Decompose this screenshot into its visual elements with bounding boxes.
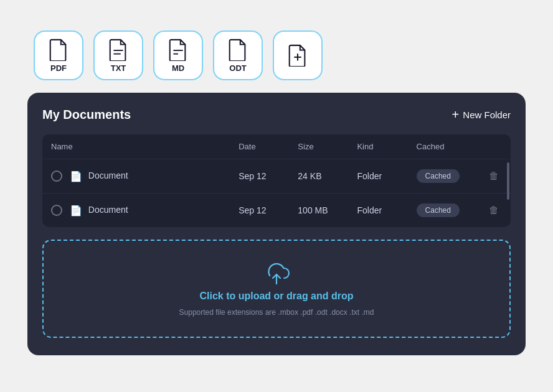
cached-badge: Cached: [417, 203, 460, 217]
file-type-add[interactable]: [273, 30, 323, 80]
cell-date: Sep 12: [230, 194, 289, 228]
cell-action: 🗑: [477, 159, 511, 194]
file-type-odt[interactable]: ODT: [213, 30, 263, 80]
col-header-date: Date: [230, 134, 289, 159]
cell-kind: Folder: [348, 159, 407, 194]
panel-header: My Documents + New Folder: [42, 108, 511, 122]
cell-name: 📄 Document: [42, 159, 230, 194]
main-panel: My Documents + New Folder Name Date Size…: [27, 93, 526, 355]
doc-icon: 📄: [70, 205, 82, 217]
col-header-action: [477, 134, 511, 159]
new-folder-label: New Folder: [463, 110, 511, 120]
cell-cached: Cached: [408, 194, 477, 228]
cell-size: 24 KB: [289, 159, 348, 194]
cell-action: 🗑: [477, 194, 511, 228]
cell-size: 100 MB: [289, 194, 348, 228]
outer-wrapper: PDF TXT MD ODT: [21, 18, 532, 374]
file-type-row: PDF TXT MD ODT: [27, 30, 526, 80]
table-row: 📄 Document Sep 12 24 KB Folder Cached 🗑: [42, 159, 511, 194]
documents-table-wrapper: Name Date Size Kind Cached 📄 Document Se…: [42, 134, 511, 227]
file-type-md[interactable]: MD: [153, 30, 203, 80]
file-type-txt[interactable]: TXT: [93, 30, 143, 80]
row-checkbox[interactable]: [51, 205, 62, 216]
col-header-cached: Cached: [408, 134, 477, 159]
upload-cloud-icon: [263, 261, 290, 284]
col-header-name: Name: [42, 134, 230, 159]
txt-file-icon: [108, 39, 128, 61]
odt-label: ODT: [229, 63, 246, 73]
table-header-row: Name Date Size Kind Cached: [42, 134, 511, 159]
row-checkbox[interactable]: [51, 170, 62, 182]
upload-main-text: Click to upload or drag and drop: [199, 291, 353, 302]
col-header-size: Size: [289, 134, 348, 159]
new-folder-button[interactable]: + New Folder: [452, 108, 511, 122]
cell-name: 📄 Document: [42, 194, 230, 228]
col-header-kind: Kind: [348, 134, 407, 159]
cached-badge: Cached: [417, 169, 460, 183]
txt-label: TXT: [111, 63, 126, 73]
upload-sub-text: Supported file extensions are .mbox .pdf…: [179, 308, 374, 317]
md-file-icon: [168, 39, 188, 61]
upload-zone[interactable]: Click to upload or drag and drop Support…: [42, 240, 511, 338]
documents-table: Name Date Size Kind Cached 📄 Document Se…: [42, 134, 511, 227]
delete-button[interactable]: 🗑: [486, 168, 501, 184]
cell-cached: Cached: [408, 159, 477, 194]
pdf-file-icon: [49, 39, 69, 61]
file-type-pdf[interactable]: PDF: [34, 30, 83, 80]
scrollbar[interactable]: [507, 162, 509, 200]
pdf-label: PDF: [50, 63, 67, 73]
md-label: MD: [172, 63, 184, 73]
plus-icon: +: [452, 108, 460, 122]
cell-kind: Folder: [348, 194, 407, 228]
panel-title: My Documents: [42, 108, 131, 122]
table-row: 📄 Document Sep 12 100 MB Folder Cached 🗑: [42, 194, 511, 228]
delete-button[interactable]: 🗑: [486, 202, 501, 218]
doc-icon: 📄: [70, 170, 82, 182]
cell-date: Sep 12: [230, 159, 289, 194]
odt-file-icon: [228, 39, 248, 61]
add-file-icon: [288, 44, 308, 67]
